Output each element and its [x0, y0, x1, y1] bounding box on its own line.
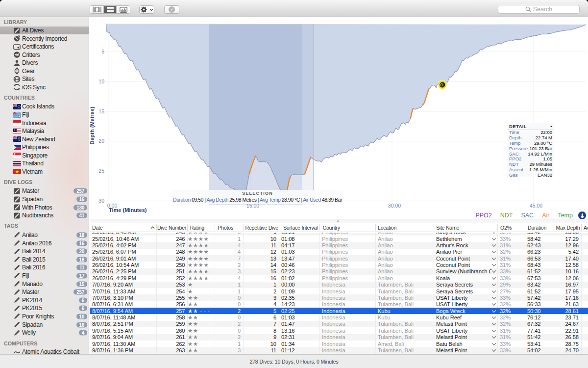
- svg-text:O: O: [440, 82, 443, 87]
- svg-text:5: 5: [101, 49, 104, 54]
- svg-text:30: 30: [98, 198, 104, 204]
- svg-text:15: 15: [98, 108, 104, 114]
- svg-text:20: 20: [98, 138, 104, 144]
- svg-text:Time (Minutes): Time (Minutes): [109, 207, 147, 213]
- svg-text:10: 10: [98, 79, 104, 84]
- svg-text:30:00: 30:00: [388, 203, 401, 209]
- svg-text:45:00: 45:00: [530, 203, 542, 209]
- svg-text:25: 25: [98, 168, 104, 174]
- svg-text:Depth (Metres): Depth (Metres): [90, 106, 95, 144]
